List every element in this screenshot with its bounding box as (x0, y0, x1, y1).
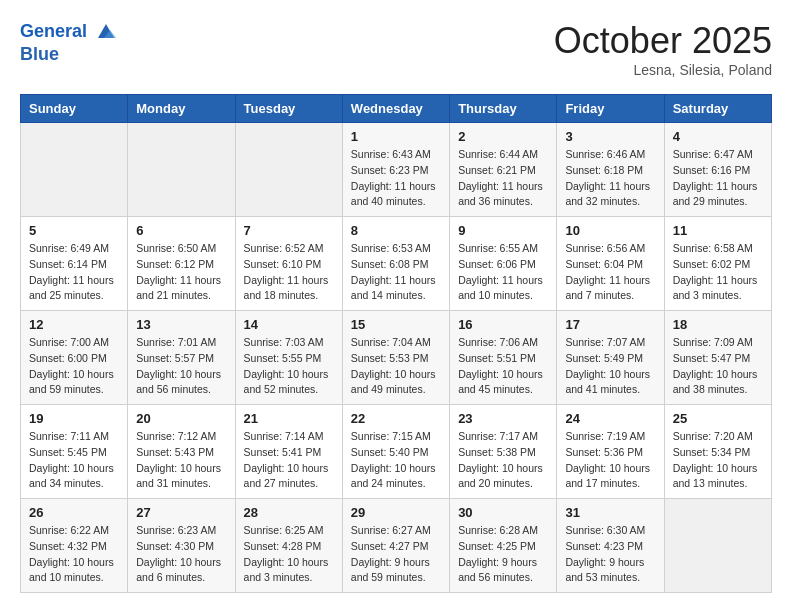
day-number: 22 (351, 411, 441, 426)
calendar-cell: 24Sunrise: 7:19 AMSunset: 5:36 PMDayligh… (557, 405, 664, 499)
weekday-header-monday: Monday (128, 95, 235, 123)
day-number: 3 (565, 129, 655, 144)
day-number: 17 (565, 317, 655, 332)
calendar-cell: 19Sunrise: 7:11 AMSunset: 5:45 PMDayligh… (21, 405, 128, 499)
title-area: October 2025 Lesna, Silesia, Poland (554, 20, 772, 78)
month-title: October 2025 (554, 20, 772, 62)
calendar-cell: 6Sunrise: 6:50 AMSunset: 6:12 PMDaylight… (128, 217, 235, 311)
calendar-cell (21, 123, 128, 217)
day-info: Sunrise: 7:03 AMSunset: 5:55 PMDaylight:… (244, 335, 334, 398)
day-number: 31 (565, 505, 655, 520)
day-info: Sunrise: 6:49 AMSunset: 6:14 PMDaylight:… (29, 241, 119, 304)
day-info: Sunrise: 6:50 AMSunset: 6:12 PMDaylight:… (136, 241, 226, 304)
calendar-cell: 31Sunrise: 6:30 AMSunset: 4:23 PMDayligh… (557, 499, 664, 593)
day-number: 10 (565, 223, 655, 238)
calendar-cell: 17Sunrise: 7:07 AMSunset: 5:49 PMDayligh… (557, 311, 664, 405)
day-info: Sunrise: 7:20 AMSunset: 5:34 PMDaylight:… (673, 429, 763, 492)
day-number: 16 (458, 317, 548, 332)
calendar-cell: 10Sunrise: 6:56 AMSunset: 6:04 PMDayligh… (557, 217, 664, 311)
calendar-cell: 14Sunrise: 7:03 AMSunset: 5:55 PMDayligh… (235, 311, 342, 405)
logo-blue-text: Blue (20, 44, 118, 66)
day-info: Sunrise: 6:25 AMSunset: 4:28 PMDaylight:… (244, 523, 334, 586)
location-subtitle: Lesna, Silesia, Poland (554, 62, 772, 78)
week-row-3: 12Sunrise: 7:00 AMSunset: 6:00 PMDayligh… (21, 311, 772, 405)
day-info: Sunrise: 7:19 AMSunset: 5:36 PMDaylight:… (565, 429, 655, 492)
day-info: Sunrise: 6:58 AMSunset: 6:02 PMDaylight:… (673, 241, 763, 304)
weekday-header-thursday: Thursday (450, 95, 557, 123)
day-info: Sunrise: 7:11 AMSunset: 5:45 PMDaylight:… (29, 429, 119, 492)
day-number: 20 (136, 411, 226, 426)
weekday-header-tuesday: Tuesday (235, 95, 342, 123)
day-number: 9 (458, 223, 548, 238)
calendar-cell: 3Sunrise: 6:46 AMSunset: 6:18 PMDaylight… (557, 123, 664, 217)
calendar-cell: 7Sunrise: 6:52 AMSunset: 6:10 PMDaylight… (235, 217, 342, 311)
day-info: Sunrise: 6:27 AMSunset: 4:27 PMDaylight:… (351, 523, 441, 586)
day-number: 14 (244, 317, 334, 332)
calendar-cell (235, 123, 342, 217)
day-number: 1 (351, 129, 441, 144)
calendar-cell: 30Sunrise: 6:28 AMSunset: 4:25 PMDayligh… (450, 499, 557, 593)
calendar-cell (128, 123, 235, 217)
day-info: Sunrise: 6:30 AMSunset: 4:23 PMDaylight:… (565, 523, 655, 586)
day-number: 13 (136, 317, 226, 332)
day-info: Sunrise: 6:53 AMSunset: 6:08 PMDaylight:… (351, 241, 441, 304)
day-number: 29 (351, 505, 441, 520)
day-number: 19 (29, 411, 119, 426)
day-number: 6 (136, 223, 226, 238)
weekday-header-row: SundayMondayTuesdayWednesdayThursdayFrid… (21, 95, 772, 123)
calendar-cell: 21Sunrise: 7:14 AMSunset: 5:41 PMDayligh… (235, 405, 342, 499)
calendar-cell: 2Sunrise: 6:44 AMSunset: 6:21 PMDaylight… (450, 123, 557, 217)
calendar-cell: 9Sunrise: 6:55 AMSunset: 6:06 PMDaylight… (450, 217, 557, 311)
day-number: 8 (351, 223, 441, 238)
day-info: Sunrise: 6:55 AMSunset: 6:06 PMDaylight:… (458, 241, 548, 304)
calendar-cell: 11Sunrise: 6:58 AMSunset: 6:02 PMDayligh… (664, 217, 771, 311)
day-info: Sunrise: 7:00 AMSunset: 6:00 PMDaylight:… (29, 335, 119, 398)
weekday-header-sunday: Sunday (21, 95, 128, 123)
day-number: 21 (244, 411, 334, 426)
page-header: General Blue October 2025 Lesna, Silesia… (20, 20, 772, 78)
day-number: 26 (29, 505, 119, 520)
calendar-cell: 12Sunrise: 7:00 AMSunset: 6:00 PMDayligh… (21, 311, 128, 405)
day-info: Sunrise: 7:09 AMSunset: 5:47 PMDaylight:… (673, 335, 763, 398)
day-info: Sunrise: 7:12 AMSunset: 5:43 PMDaylight:… (136, 429, 226, 492)
day-info: Sunrise: 6:43 AMSunset: 6:23 PMDaylight:… (351, 147, 441, 210)
day-number: 30 (458, 505, 548, 520)
calendar-cell: 8Sunrise: 6:53 AMSunset: 6:08 PMDaylight… (342, 217, 449, 311)
day-info: Sunrise: 7:07 AMSunset: 5:49 PMDaylight:… (565, 335, 655, 398)
day-info: Sunrise: 6:47 AMSunset: 6:16 PMDaylight:… (673, 147, 763, 210)
calendar-cell: 15Sunrise: 7:04 AMSunset: 5:53 PMDayligh… (342, 311, 449, 405)
day-info: Sunrise: 7:04 AMSunset: 5:53 PMDaylight:… (351, 335, 441, 398)
calendar-cell: 16Sunrise: 7:06 AMSunset: 5:51 PMDayligh… (450, 311, 557, 405)
day-number: 28 (244, 505, 334, 520)
calendar-cell: 25Sunrise: 7:20 AMSunset: 5:34 PMDayligh… (664, 405, 771, 499)
day-info: Sunrise: 7:06 AMSunset: 5:51 PMDaylight:… (458, 335, 548, 398)
calendar-cell: 20Sunrise: 7:12 AMSunset: 5:43 PMDayligh… (128, 405, 235, 499)
day-number: 4 (673, 129, 763, 144)
day-number: 2 (458, 129, 548, 144)
day-number: 5 (29, 223, 119, 238)
day-number: 11 (673, 223, 763, 238)
calendar-cell: 5Sunrise: 6:49 AMSunset: 6:14 PMDaylight… (21, 217, 128, 311)
day-info: Sunrise: 6:28 AMSunset: 4:25 PMDaylight:… (458, 523, 548, 586)
week-row-2: 5Sunrise: 6:49 AMSunset: 6:14 PMDaylight… (21, 217, 772, 311)
calendar-cell: 29Sunrise: 6:27 AMSunset: 4:27 PMDayligh… (342, 499, 449, 593)
week-row-4: 19Sunrise: 7:11 AMSunset: 5:45 PMDayligh… (21, 405, 772, 499)
logo: General Blue (20, 20, 118, 66)
calendar-cell (664, 499, 771, 593)
day-number: 12 (29, 317, 119, 332)
calendar-table: SundayMondayTuesdayWednesdayThursdayFrid… (20, 94, 772, 593)
day-info: Sunrise: 7:15 AMSunset: 5:40 PMDaylight:… (351, 429, 441, 492)
weekday-header-saturday: Saturday (664, 95, 771, 123)
day-info: Sunrise: 6:22 AMSunset: 4:32 PMDaylight:… (29, 523, 119, 586)
day-number: 7 (244, 223, 334, 238)
day-info: Sunrise: 6:52 AMSunset: 6:10 PMDaylight:… (244, 241, 334, 304)
weekday-header-wednesday: Wednesday (342, 95, 449, 123)
day-info: Sunrise: 6:23 AMSunset: 4:30 PMDaylight:… (136, 523, 226, 586)
week-row-1: 1Sunrise: 6:43 AMSunset: 6:23 PMDaylight… (21, 123, 772, 217)
day-number: 18 (673, 317, 763, 332)
day-number: 25 (673, 411, 763, 426)
day-number: 23 (458, 411, 548, 426)
logo-text: General (20, 20, 118, 44)
day-number: 27 (136, 505, 226, 520)
day-info: Sunrise: 6:44 AMSunset: 6:21 PMDaylight:… (458, 147, 548, 210)
